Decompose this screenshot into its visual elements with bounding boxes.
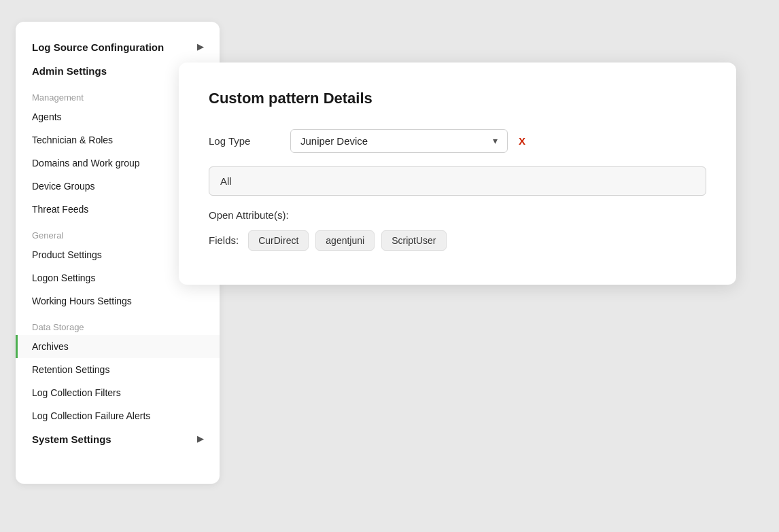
field-tag[interactable]: ScriptUser [381, 230, 446, 251]
sidebar-item-retention-settings[interactable]: Retention Settings [16, 358, 220, 381]
fields-row: Fields: CurDirectagentjuniScriptUser [209, 230, 706, 251]
log-type-value: Juniper Device [300, 135, 368, 147]
system-settings-arrow-icon: ▶ [197, 434, 203, 444]
all-field[interactable]: All [209, 166, 706, 196]
sidebar-section-data-storage: Data Storage [16, 313, 220, 335]
log-type-row: Log Type Juniper Device ▾ X [209, 129, 706, 153]
log-type-select[interactable]: Juniper Device ▾ [290, 129, 508, 153]
fields-label: Fields: [209, 234, 239, 246]
log-type-select-wrapper: Juniper Device ▾ X [290, 129, 528, 153]
sidebar-item-archives[interactable]: Archives [16, 335, 220, 358]
chevron-down-icon: ▾ [493, 135, 498, 146]
modal-panel: Custom pattern Details Log Type Juniper … [179, 63, 736, 285]
field-tag[interactable]: agentjuni [315, 230, 375, 251]
sidebar-item-log-collection-filters[interactable]: Log Collection Filters [16, 381, 220, 404]
open-attributes-label: Open Attribute(s): [209, 209, 706, 221]
sidebar-item-log-source[interactable]: Log Source Confinguration ▶ [16, 35, 220, 59]
field-tag[interactable]: CurDirect [248, 230, 309, 251]
log-source-arrow-icon: ▶ [197, 42, 203, 52]
sidebar-item-log-collection-failure[interactable]: Log Collection Failure Alerts [16, 404, 220, 427]
clear-log-type-button[interactable]: X [516, 135, 528, 147]
sidebar-item-system-settings[interactable]: System Settings ▶ [16, 427, 220, 451]
modal-title: Custom pattern Details [209, 90, 706, 107]
sidebar-item-working-hours[interactable]: Working Hours Settings [16, 289, 220, 313]
log-type-label: Log Type [209, 135, 290, 147]
